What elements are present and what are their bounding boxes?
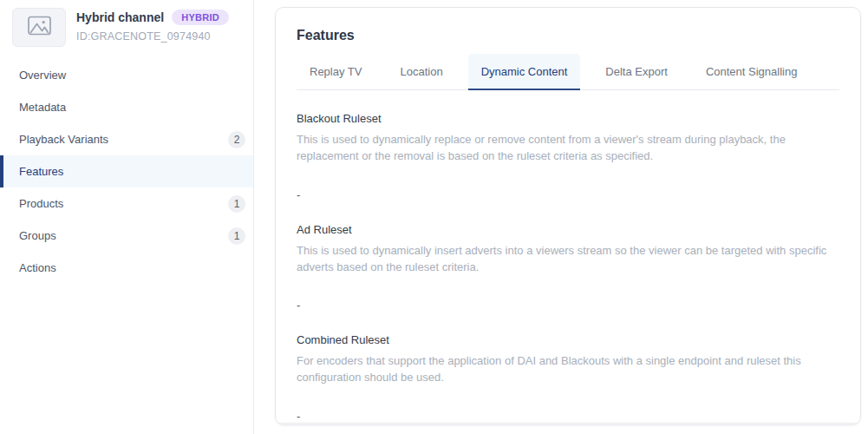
sidebar-item-metadata[interactable]: Metadata xyxy=(0,91,253,123)
sidebar-item-label: Playback Variants xyxy=(19,133,108,146)
sidebar-item-groups[interactable]: Groups 1 xyxy=(0,220,253,252)
section-value: - xyxy=(297,299,839,312)
section-label: Blackout Ruleset xyxy=(297,112,839,125)
sidebar-item-label: Features xyxy=(19,165,63,178)
image-placeholder-icon xyxy=(28,16,51,39)
count-badge: 2 xyxy=(228,131,245,148)
sidebar-nav: Overview Metadata Playback Variants 2 Fe… xyxy=(0,59,253,284)
sidebar-item-label: Groups xyxy=(19,229,56,242)
section-description: For encoders that support the applicatio… xyxy=(297,353,839,386)
features-panel: Features Replay TV Location Dynamic Cont… xyxy=(275,7,861,425)
channel-header: Hybrid channel HYBRID ID:GRACENOTE_09749… xyxy=(0,0,253,52)
channel-info: Hybrid channel HYBRID ID:GRACENOTE_09749… xyxy=(76,8,229,43)
channel-title: Hybrid channel xyxy=(76,10,164,24)
feature-tabs: Replay TV Location Dynamic Content Delta… xyxy=(297,54,839,90)
channel-id: ID:GRACENOTE_0974940 xyxy=(76,30,229,43)
tab-replay-tv[interactable]: Replay TV xyxy=(297,54,375,89)
channel-thumbnail xyxy=(12,8,66,47)
count-badge: 1 xyxy=(228,227,245,245)
section-value: - xyxy=(297,188,839,201)
section-description: This is used to dynamically replace or r… xyxy=(297,132,839,165)
sidebar: Hybrid channel HYBRID ID:GRACENOTE_09749… xyxy=(0,0,254,434)
sidebar-item-label: Metadata xyxy=(19,101,66,114)
sidebar-item-label: Actions xyxy=(19,261,56,274)
tab-content-signalling[interactable]: Content Signalling xyxy=(693,54,811,89)
sidebar-item-playback-variants[interactable]: Playback Variants 2 xyxy=(0,123,253,155)
sidebar-item-products[interactable]: Products 1 xyxy=(0,187,253,220)
section-description: This is used to dynamically insert adver… xyxy=(297,243,839,276)
count-badge: 1 xyxy=(228,195,245,213)
tab-content: Blackout Ruleset This is used to dynamic… xyxy=(276,90,860,423)
app-window: Hybrid channel HYBRID ID:GRACENOTE_09749… xyxy=(0,0,868,434)
sidebar-item-label: Products xyxy=(19,197,63,210)
section-label: Combined Ruleset xyxy=(297,333,839,346)
section-ad-ruleset: Ad Ruleset This is used to dynamically i… xyxy=(297,223,839,312)
sidebar-item-actions[interactable]: Actions xyxy=(0,252,253,284)
tab-delta-export[interactable]: Delta Export xyxy=(592,54,681,89)
page-title: Features xyxy=(297,28,839,43)
tab-location[interactable]: Location xyxy=(387,54,455,89)
section-label: Ad Ruleset xyxy=(297,223,839,236)
panel-footer: Edit Basic Information › xyxy=(276,423,860,425)
channel-type-badge: HYBRID xyxy=(172,10,229,25)
section-value: - xyxy=(297,410,839,423)
sidebar-item-overview[interactable]: Overview xyxy=(0,59,253,91)
tab-dynamic-content[interactable]: Dynamic Content xyxy=(468,54,581,89)
section-combined-ruleset: Combined Ruleset For encoders that suppo… xyxy=(297,333,839,423)
section-blackout-ruleset: Blackout Ruleset This is used to dynamic… xyxy=(297,112,839,201)
sidebar-item-label: Overview xyxy=(19,69,66,82)
sidebar-item-features[interactable]: Features xyxy=(0,155,253,187)
